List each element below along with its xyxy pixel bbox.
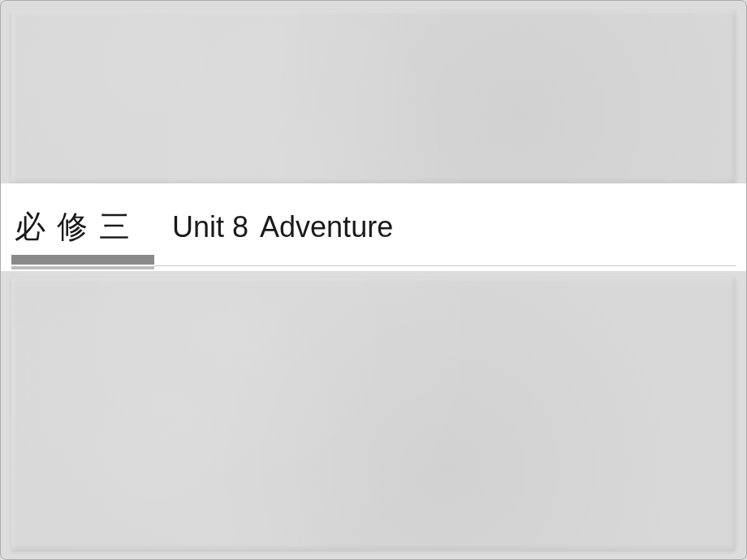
- underline-accent-dark: [11, 255, 154, 265]
- top-textured-panel: [11, 10, 736, 183]
- underline-thin-rule: [154, 265, 736, 266]
- title-content: 必修三 Unit 8 Adventure: [15, 206, 393, 248]
- bottom-textured-panel: [11, 278, 736, 550]
- unit-number-label: Unit 8: [172, 210, 248, 244]
- underline-accent-light: [11, 266, 154, 269]
- book-level-label: 必修三: [15, 206, 141, 248]
- unit-topic-label: Adventure: [260, 210, 393, 244]
